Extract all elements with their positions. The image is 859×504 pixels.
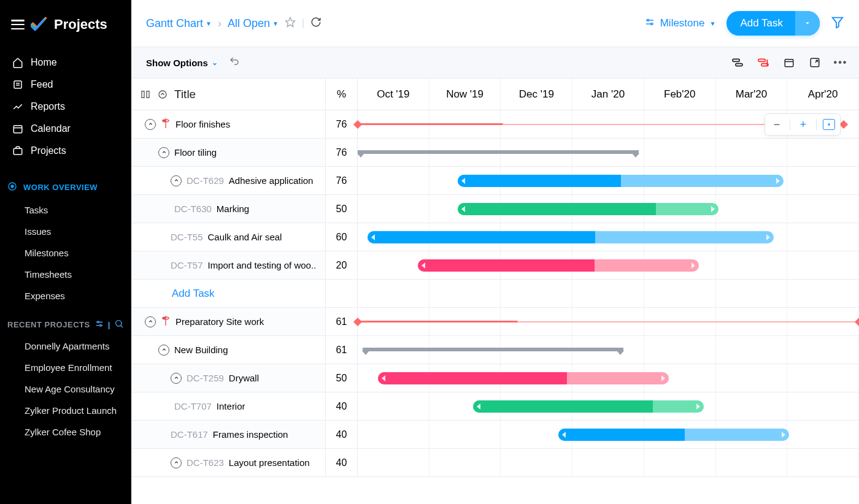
milestone-diamond-icon[interactable] [855,317,859,326]
subnav-issues[interactable]: Issues [0,221,131,242]
gantt-row[interactable]: DC-T259Drywall50 [131,364,859,392]
row-timeline[interactable] [358,336,859,364]
month-col: Apr'20 [787,78,859,110]
task-bar[interactable] [368,231,774,243]
today-icon[interactable] [783,56,795,69]
collapse-icon[interactable] [145,316,156,327]
recent-project-item[interactable]: Zylker Cofee Shop [0,421,131,443]
settings-icon[interactable] [94,319,104,330]
gantt-row[interactable]: Floor tiling76 [131,139,859,167]
milestone-bar[interactable] [358,321,518,323]
nav-home[interactable]: Home [0,52,131,74]
nav-feed[interactable]: Feed [0,74,131,96]
row-timeline[interactable] [358,167,859,194]
row-timeline[interactable] [358,449,859,476]
zoom-fit-button[interactable] [823,119,835,130]
row-timeline[interactable]: −+ [358,110,859,138]
nav-reports[interactable]: Reports [0,96,131,118]
gantt-row[interactable]: DC-T57Import and testing of woo..20 [131,251,859,280]
gantt-row[interactable]: DC-T707Interior40 [131,392,859,421]
task-bar[interactable] [378,372,669,384]
collapse-icon[interactable] [171,175,182,186]
task-bar[interactable] [473,400,704,413]
row-timeline[interactable] [358,421,859,448]
row-timeline[interactable] [358,392,859,420]
gantt-row[interactable]: DC-T55Caulk and Air seal60 [131,223,859,251]
add-task-button[interactable]: Add Task [726,11,820,36]
recent-project-item[interactable]: Employee Enrollment [0,357,131,378]
baseline-icon[interactable] [757,56,769,69]
filter-icon[interactable] [831,15,844,31]
svg-rect-27 [811,58,819,67]
collapse-icon[interactable] [171,373,182,384]
row-timeline[interactable] [358,364,859,392]
gantt-row[interactable]: DC-T623Layout presentation40 [131,449,859,477]
gantt-row[interactable]: Preparatory Site work61 [131,308,859,336]
collapse-all-icon[interactable] [157,89,168,100]
search-icon[interactable] [114,319,124,330]
milestone-dropdown[interactable]: Milestone ▼ [644,17,716,31]
milestone-diamond-icon[interactable] [839,120,848,128]
row-timeline[interactable] [358,139,859,166]
row-timeline[interactable] [358,195,859,223]
task-bar[interactable] [418,259,699,272]
undo-icon[interactable] [229,56,240,69]
menu-icon[interactable] [11,20,25,29]
row-timeline[interactable] [358,308,859,335]
row-timeline[interactable] [358,280,859,307]
task-bar[interactable] [458,203,718,215]
svg-rect-20 [733,59,739,61]
refresh-icon[interactable] [310,17,322,30]
row-percent: 60 [326,223,358,251]
task-bar[interactable] [458,175,784,187]
svg-line-13 [121,326,123,327]
milestone-bar[interactable] [358,123,503,125]
tasklist-summary-bar[interactable] [358,150,639,154]
add-task-dropdown[interactable] [795,11,820,36]
gantt-row[interactable]: Add Task [131,280,859,308]
star-icon[interactable] [285,17,296,30]
row-timeline[interactable] [358,251,859,279]
add-task-inline[interactable]: Add Task [131,288,215,300]
row-title-cell: DC-T259Drywall [131,364,326,392]
nav-calendar[interactable]: Calendar [0,118,131,140]
task-bar[interactable] [558,429,789,441]
collapse-icon[interactable] [145,119,156,130]
row-percent: 40 [326,392,358,420]
row-title-cell: DC-T630Marking [131,195,326,223]
subnav-milestones[interactable]: Milestones [0,242,131,264]
collapse-icon[interactable] [158,147,169,158]
columns-icon[interactable] [140,89,151,100]
more-icon[interactable]: ••• [834,56,847,69]
nav-projects[interactable]: Projects [0,140,131,162]
critical-path-icon[interactable] [731,56,744,69]
zoom-in-button[interactable]: + [796,118,810,131]
recent-project-item[interactable]: Zylker Product Launch [0,400,131,421]
row-timeline[interactable] [358,223,859,251]
fullscreen-icon[interactable] [809,56,821,69]
collapse-icon[interactable] [171,457,182,468]
show-options-dropdown[interactable]: Show Options ⌄ [146,58,218,68]
breadcrumb-gantt[interactable]: Gantt Chart▼ [146,17,212,30]
row-title-cell: Floor finishes [131,110,326,138]
breadcrumb-allopen[interactable]: All Open▼ [228,17,279,30]
subnav-expenses[interactable]: Expenses [0,285,131,307]
subnav-tasks[interactable]: Tasks [0,199,131,221]
recent-project-item[interactable]: Donnelly Apartments [0,335,131,357]
recent-project-item[interactable]: New Age Consultancy [0,378,131,400]
gantt-row[interactable]: DC-T630Marking50 [131,195,859,223]
tasklist-summary-bar[interactable] [363,348,623,351]
gantt-row[interactable]: Floor finishes76−+ [131,110,859,139]
zoom-out-button[interactable]: − [770,118,784,131]
row-title: Floor tiling [174,147,217,158]
task-id: DC-T623 [187,457,224,468]
work-overview-heading[interactable]: WORK OVERVIEW [0,170,131,199]
gantt-row[interactable]: New Building61 [131,336,859,364]
month-col: Feb'20 [644,78,716,110]
gantt-row[interactable]: DC-T629Adhesive application76 [131,167,859,195]
subnav-timesheets[interactable]: Timesheets [0,264,131,285]
gantt-row[interactable]: DC-T617Frames inspection40 [131,421,859,449]
svg-rect-21 [736,64,742,66]
collapse-icon[interactable] [158,345,169,356]
row-percent: 40 [326,421,358,448]
